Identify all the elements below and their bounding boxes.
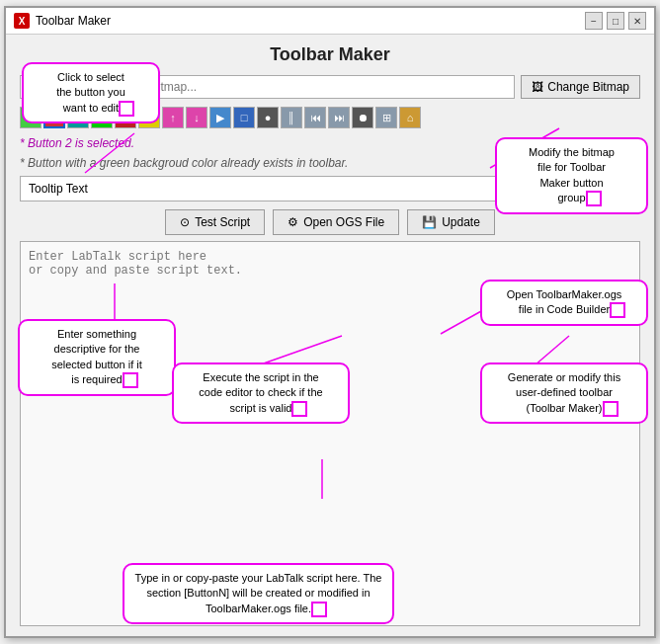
test-script-button[interactable]: ⊙ Test Script [165,209,265,235]
content-area: Toolbar Maker 🖼 Change Bitmap ✓ ✕ ⟳ + − … [6,35,654,636]
toolbar-icon-12[interactable]: ║ [281,107,302,128]
close-button[interactable]: ✕ [628,12,646,30]
toolbar-icon-9[interactable]: ▶ [209,107,231,128]
update-button[interactable]: 💾 Update [407,209,495,235]
update-label: Update [442,215,480,229]
callout-select-button: Click to select the button you want to e… [22,62,160,123]
callout-script-area: Type in or copy-paste your LabTalk scrip… [123,563,394,624]
toolbar-icon-13[interactable]: ⏮ [304,107,326,128]
toolbar-icon-11[interactable]: ● [257,107,279,128]
minimize-button[interactable]: − [585,12,603,30]
title-bar: X Toolbar Maker − □ ✕ [6,8,654,35]
bitmap-icon: 🖼 [532,80,543,94]
toolbar-icon-8[interactable]: ↓ [186,107,207,128]
toolbar-icon-15[interactable]: ⏺ [352,107,373,128]
callout-tooltip-enter: Enter something descriptive for the sele… [18,319,176,396]
maximize-button[interactable]: □ [607,12,624,30]
callout-execute-script: Execute the script in the code editor to… [172,362,350,424]
toolbar-icon-17[interactable]: ⌂ [399,107,421,128]
window-title: Toolbar Maker [36,14,579,28]
change-bitmap-label: Change Bitmap [547,80,629,94]
open-ogs-icon: ⚙ [288,215,298,229]
toolbar-icon-10[interactable]: □ [233,107,255,128]
test-script-label: Test Script [195,215,250,229]
open-ogs-button[interactable]: ⚙ Open OGS File [273,209,399,235]
callout-open-ogs: Open ToolbarMaker.ogs file in Code Build… [480,280,648,326]
toolbar-icon-14[interactable]: ⏭ [328,107,350,128]
app-icon: X [14,13,30,29]
main-window: X Toolbar Maker − □ ✕ Toolbar Maker 🖼 Ch… [4,6,656,638]
open-ogs-label: Open OGS File [303,215,384,229]
change-bitmap-button[interactable]: 🖼 Change Bitmap [521,75,640,99]
window-controls: − □ ✕ [585,12,646,30]
test-script-icon: ⊙ [180,215,190,229]
update-icon: 💾 [422,215,437,229]
toolbar-icon-7[interactable]: ↑ [162,107,184,128]
toolbar-icon-16[interactable]: ⊞ [375,107,397,128]
callout-modify-bitmap: Modify the bitmap file for Toolbar Maker… [495,137,648,214]
callout-generate: Generate or modify this user-defined too… [480,362,648,424]
